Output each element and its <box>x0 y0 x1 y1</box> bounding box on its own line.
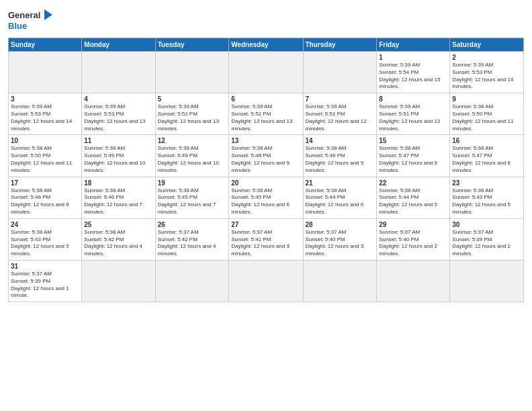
calendar-cell <box>229 52 303 93</box>
day-number: 9 <box>452 95 521 103</box>
calendar-cell <box>155 260 229 302</box>
day-number: 24 <box>11 221 79 228</box>
day-info: Sunrise: 5:38 AMSunset: 5:47 PMDaylight:… <box>379 145 447 174</box>
day-info: Sunrise: 5:37 AMSunset: 5:39 PMDaylight:… <box>452 229 521 258</box>
day-info: Sunrise: 5:38 AMSunset: 5:46 PMDaylight:… <box>11 187 79 216</box>
calendar-cell: 29Sunrise: 5:37 AMSunset: 5:40 PMDayligh… <box>377 218 450 260</box>
svg-text:General: General <box>8 10 40 20</box>
calendar-cell: 14Sunrise: 5:38 AMSunset: 5:48 PMDayligh… <box>303 135 377 177</box>
day-info: Sunrise: 5:38 AMSunset: 5:45 PMDaylight:… <box>158 187 227 216</box>
day-info: Sunrise: 5:38 AMSunset: 5:48 PMDaylight:… <box>306 145 375 174</box>
weekday-header-tuesday: Tuesday <box>155 38 229 52</box>
day-info: Sunrise: 5:39 AMSunset: 5:51 PMDaylight:… <box>379 103 447 132</box>
calendar-cell: 28Sunrise: 5:37 AMSunset: 5:40 PMDayligh… <box>303 218 377 260</box>
day-number: 11 <box>84 137 152 144</box>
calendar-cell <box>82 52 155 93</box>
day-number: 23 <box>452 179 521 187</box>
weekday-header-monday: Monday <box>82 38 155 52</box>
day-info: Sunrise: 5:38 AMSunset: 5:49 PMDaylight:… <box>84 145 152 174</box>
calendar-week-1: 1Sunrise: 5:39 AMSunset: 5:54 PMDaylight… <box>9 52 524 93</box>
day-number: 2 <box>452 54 521 61</box>
day-info: Sunrise: 5:38 AMSunset: 5:46 PMDaylight:… <box>84 187 152 216</box>
calendar-cell: 16Sunrise: 5:38 AMSunset: 5:47 PMDayligh… <box>450 135 524 177</box>
calendar-cell: 24Sunrise: 5:38 AMSunset: 5:43 PMDayligh… <box>9 218 82 260</box>
calendar-cell: 15Sunrise: 5:38 AMSunset: 5:47 PMDayligh… <box>377 135 450 177</box>
day-info: Sunrise: 5:38 AMSunset: 5:44 PMDaylight:… <box>379 187 447 216</box>
day-number: 14 <box>306 137 375 144</box>
weekday-header-thursday: Thursday <box>303 38 377 52</box>
calendar-cell: 13Sunrise: 5:38 AMSunset: 5:48 PMDayligh… <box>229 135 303 177</box>
calendar-cell <box>155 52 229 93</box>
svg-marker-1 <box>44 9 52 20</box>
calendar-cell: 17Sunrise: 5:38 AMSunset: 5:46 PMDayligh… <box>9 177 82 218</box>
calendar-cell: 25Sunrise: 5:38 AMSunset: 5:42 PMDayligh… <box>82 218 155 260</box>
weekday-header-saturday: Saturday <box>450 38 524 52</box>
day-info: Sunrise: 5:39 AMSunset: 5:52 PMDaylight:… <box>231 103 300 132</box>
day-info: Sunrise: 5:37 AMSunset: 5:39 PMDaylight:… <box>11 271 79 300</box>
calendar-cell: 8Sunrise: 5:39 AMSunset: 5:51 PMDaylight… <box>377 93 450 135</box>
day-number: 8 <box>379 95 447 103</box>
day-number: 17 <box>11 179 79 187</box>
weekday-header-row: SundayMondayTuesdayWednesdayThursdayFrid… <box>9 38 524 52</box>
calendar-week-6: 31Sunrise: 5:37 AMSunset: 5:39 PMDayligh… <box>9 260 524 302</box>
calendar-cell: 23Sunrise: 5:38 AMSunset: 5:43 PMDayligh… <box>450 177 524 218</box>
day-info: Sunrise: 5:37 AMSunset: 5:40 PMDaylight:… <box>379 229 447 258</box>
day-number: 7 <box>306 95 375 103</box>
svg-text:Blue: Blue <box>8 21 27 31</box>
calendar-week-2: 3Sunrise: 5:39 AMSunset: 5:53 PMDaylight… <box>9 93 524 135</box>
calendar-cell: 2Sunrise: 5:39 AMSunset: 5:53 PMDaylight… <box>450 52 524 93</box>
generalblue-logo: General Blue <box>8 7 55 34</box>
day-number: 22 <box>379 179 447 187</box>
calendar-cell: 21Sunrise: 5:38 AMSunset: 5:44 PMDayligh… <box>303 177 377 218</box>
day-info: Sunrise: 5:38 AMSunset: 5:50 PMDaylight:… <box>452 103 521 132</box>
day-info: Sunrise: 5:37 AMSunset: 5:41 PMDaylight:… <box>231 229 300 258</box>
day-info: Sunrise: 5:39 AMSunset: 5:51 PMDaylight:… <box>306 103 375 132</box>
day-number: 26 <box>158 221 227 228</box>
day-info: Sunrise: 5:38 AMSunset: 5:47 PMDaylight:… <box>452 145 521 174</box>
calendar-cell: 6Sunrise: 5:39 AMSunset: 5:52 PMDaylight… <box>229 93 303 135</box>
day-info: Sunrise: 5:39 AMSunset: 5:54 PMDaylight:… <box>379 62 447 91</box>
day-info: Sunrise: 5:39 AMSunset: 5:53 PMDaylight:… <box>452 62 521 91</box>
day-info: Sunrise: 5:38 AMSunset: 5:48 PMDaylight:… <box>231 145 300 174</box>
calendar-cell: 26Sunrise: 5:37 AMSunset: 5:42 PMDayligh… <box>155 218 229 260</box>
day-number: 31 <box>11 263 79 270</box>
day-number: 6 <box>231 95 300 103</box>
calendar-cell: 31Sunrise: 5:37 AMSunset: 5:39 PMDayligh… <box>9 260 82 302</box>
calendar-cell <box>9 52 82 93</box>
calendar-cell: 22Sunrise: 5:38 AMSunset: 5:44 PMDayligh… <box>377 177 450 218</box>
calendar-cell: 27Sunrise: 5:37 AMSunset: 5:41 PMDayligh… <box>229 218 303 260</box>
day-number: 20 <box>231 179 300 187</box>
calendar-cell: 11Sunrise: 5:38 AMSunset: 5:49 PMDayligh… <box>82 135 155 177</box>
day-number: 27 <box>231 221 300 228</box>
day-number: 29 <box>379 221 447 228</box>
day-info: Sunrise: 5:37 AMSunset: 5:40 PMDaylight:… <box>306 229 375 258</box>
day-info: Sunrise: 5:38 AMSunset: 5:43 PMDaylight:… <box>452 187 521 216</box>
calendar-week-4: 17Sunrise: 5:38 AMSunset: 5:46 PMDayligh… <box>9 177 524 218</box>
day-number: 1 <box>379 54 447 61</box>
day-number: 5 <box>158 95 227 103</box>
day-number: 21 <box>306 179 375 187</box>
calendar-table: SundayMondayTuesdayWednesdayThursdayFrid… <box>8 38 524 302</box>
calendar-cell: 30Sunrise: 5:37 AMSunset: 5:39 PMDayligh… <box>450 218 524 260</box>
day-info: Sunrise: 5:39 AMSunset: 5:53 PMDaylight:… <box>11 103 79 132</box>
day-info: Sunrise: 5:38 AMSunset: 5:44 PMDaylight:… <box>306 187 375 216</box>
day-number: 28 <box>306 221 375 228</box>
calendar-cell: 19Sunrise: 5:38 AMSunset: 5:45 PMDayligh… <box>155 177 229 218</box>
logo: General Blue <box>8 7 55 34</box>
day-number: 18 <box>84 179 152 187</box>
header: General Blue <box>8 7 524 34</box>
calendar-week-3: 10Sunrise: 5:38 AMSunset: 5:50 PMDayligh… <box>9 135 524 177</box>
calendar-cell: 18Sunrise: 5:38 AMSunset: 5:46 PMDayligh… <box>82 177 155 218</box>
calendar-cell <box>229 260 303 302</box>
weekday-header-sunday: Sunday <box>9 38 82 52</box>
calendar-cell: 12Sunrise: 5:38 AMSunset: 5:49 PMDayligh… <box>155 135 229 177</box>
day-number: 3 <box>11 95 79 103</box>
calendar-cell: 7Sunrise: 5:39 AMSunset: 5:51 PMDaylight… <box>303 93 377 135</box>
day-info: Sunrise: 5:38 AMSunset: 5:42 PMDaylight:… <box>84 229 152 258</box>
day-number: 25 <box>84 221 152 228</box>
calendar-cell <box>82 260 155 302</box>
calendar-cell: 9Sunrise: 5:38 AMSunset: 5:50 PMDaylight… <box>450 93 524 135</box>
day-info: Sunrise: 5:39 AMSunset: 5:53 PMDaylight:… <box>84 103 152 132</box>
day-info: Sunrise: 5:38 AMSunset: 5:43 PMDaylight:… <box>11 229 79 258</box>
day-info: Sunrise: 5:37 AMSunset: 5:42 PMDaylight:… <box>158 229 227 258</box>
